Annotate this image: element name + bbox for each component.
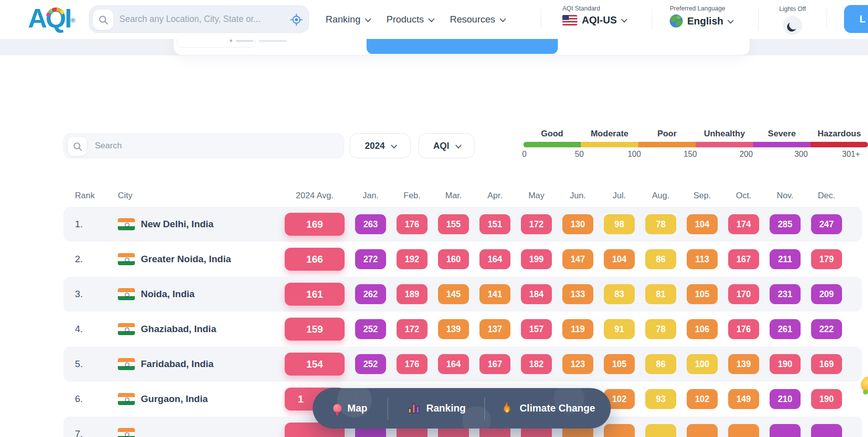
aqi-pill: 102 — [687, 389, 718, 409]
aqi-pill: 247 — [811, 214, 842, 234]
aqi-pills: 1592521721391371571199178106176261222 — [285, 318, 842, 341]
legend-tick: 301+ — [842, 150, 860, 159]
floating-nav-climate[interactable]: Climate Change — [485, 388, 611, 429]
table-row[interactable]: 2.Greater Noida, India166272192160164199… — [63, 242, 862, 277]
table-header: RankCity2024 Avg.Jan.Feb.Mar.Apr.MayJun.… — [63, 187, 862, 207]
rank-cell: 2. — [75, 254, 83, 265]
column-header-month: Oct. — [728, 191, 759, 201]
chevron-down-icon — [728, 17, 734, 23]
table-search — [63, 133, 344, 158]
table-search-input[interactable] — [95, 134, 335, 158]
aqi-avg-value: 1 — [298, 394, 303, 405]
aqi-standard-select[interactable]: AQI Standard AQI-US — [562, 5, 626, 26]
legend-segment-unhealthy — [696, 142, 753, 147]
aqi-pill: 164 — [438, 354, 469, 374]
aqi-pill: 105 — [687, 284, 718, 304]
legend-label-unhealthy: Unhealthy — [696, 129, 753, 139]
aqi-pills: 15425217616416718212310586100139190169 — [285, 353, 842, 376]
sticker-emoji[interactable] — [861, 377, 868, 393]
navbar: AQI ® RankingProductsResources AQI Stand… — [0, 0, 868, 39]
column-header-month: Jan. — [355, 191, 386, 201]
column-header-month: Feb. — [397, 191, 428, 201]
aqi-pill: 285 — [770, 214, 801, 234]
aqi-pill: 81 — [645, 284, 676, 304]
legend-segment-moderate — [581, 142, 638, 147]
aqi-pill: 231 — [770, 284, 801, 304]
metric-value: AQI — [433, 141, 449, 151]
aqi-pill: 210 — [770, 389, 801, 409]
table-row[interactable]: 1.New Delhi, India1692631761551511721309… — [63, 207, 862, 242]
legend-tick: 150 — [684, 150, 697, 159]
rank-cell: 3. — [75, 289, 83, 300]
search-input[interactable] — [119, 6, 284, 32]
aqi-pill: 83 — [604, 284, 635, 304]
india-flag-icon — [118, 358, 135, 370]
aqi-pill: 149 — [728, 389, 759, 409]
aqi-pill: 155 — [438, 214, 469, 234]
aqi-legend-labels: GoodModeratePoorUnhealthySevereHazardous — [523, 129, 868, 139]
login-button[interactable]: L — [844, 5, 868, 33]
aqi-pill: 91 — [604, 319, 635, 339]
logo-letter-a: A — [28, 3, 45, 36]
chevron-down-icon — [365, 15, 371, 22]
aqi-avg-value: 169 — [306, 219, 323, 230]
aqi-pill: 151 — [479, 214, 510, 234]
aqi-pill: 113 — [687, 249, 718, 269]
city-name: Greater Noida, India — [141, 254, 231, 265]
rank-cell: 6. — [75, 394, 83, 405]
aqi-pill: 172 — [521, 214, 552, 234]
aqi-pill: 222 — [811, 319, 842, 339]
aqi-pill: 145 — [438, 284, 469, 304]
aqi-pill: 130 — [562, 214, 593, 234]
aqi-pill: 209 — [811, 284, 842, 304]
legend-label-severe: Severe — [753, 129, 811, 139]
aqi-pill: 133 — [562, 284, 593, 304]
rank-cell: 1. — [75, 219, 83, 230]
climate-change-icon — [500, 402, 513, 416]
climate-change-label: Climate Change — [519, 403, 595, 414]
aqi-standard-value: AQI-US — [582, 14, 617, 26]
nav-link-resources[interactable]: Resources — [450, 14, 504, 25]
aqi-avg-value: 161 — [306, 289, 323, 300]
aqi-pill: 78 — [645, 214, 676, 234]
hero-decoration — [230, 39, 232, 42]
login-label: L — [860, 13, 866, 24]
legend-tick: 200 — [740, 150, 753, 159]
table-row[interactable]: 3.Noida, India16126218914514118413383811… — [63, 277, 862, 312]
aqi-standard-label: AQI Standard — [562, 5, 626, 12]
floating-nav-ranking[interactable]: Ranking — [388, 388, 484, 429]
column-header-month: Mar. — [438, 191, 469, 201]
search-icon — [93, 9, 113, 30]
aqi-logo[interactable]: AQI ® — [28, 3, 75, 36]
aqi-pill-avg: 161 — [285, 283, 345, 306]
nav-link-products[interactable]: Products — [387, 14, 433, 25]
legend-label-good: Good — [523, 129, 581, 139]
aqi-pill: 176 — [397, 354, 428, 374]
nav-link-ranking[interactable]: Ranking — [326, 14, 370, 25]
aqi-pill — [728, 424, 759, 437]
aqi-pills: 16627219216016419914710486113167211179 — [285, 248, 842, 271]
table-row[interactable]: 5.Faridabad, India1542521761641671821231… — [63, 347, 862, 382]
locate-me-icon[interactable] — [290, 13, 303, 28]
legend-tick: 100 — [628, 150, 641, 159]
column-header-month: Apr. — [479, 191, 510, 201]
column-header-month: May — [521, 191, 552, 201]
lights-toggle[interactable]: Lights Off — [773, 4, 812, 35]
india-flag-icon — [118, 393, 135, 405]
aqi-avg-value: 159 — [306, 324, 323, 335]
language-select[interactable]: Preferred Language English — [670, 5, 732, 27]
aqi-legend-ticks: 050100150200300301+ — [523, 150, 868, 160]
year-dropdown[interactable]: 2024 — [350, 133, 411, 158]
aqi-pill: 93 — [645, 389, 676, 409]
aqi-pill: 104 — [687, 214, 718, 234]
floating-nav-map[interactable]: Map — [313, 388, 388, 429]
nav-link-label: Products — [387, 14, 424, 25]
table-row[interactable]: 4.Ghaziabad, India1592521721391371571199… — [63, 312, 862, 347]
bar-chart-icon — [407, 402, 421, 415]
aqi-pill-avg: 169 — [285, 213, 345, 236]
aqi-pill: 170 — [728, 284, 759, 304]
metric-dropdown[interactable]: AQI — [419, 133, 474, 158]
aqi-pill: 86 — [645, 249, 676, 269]
map-pin-icon — [333, 404, 342, 413]
legend-segment-poor — [638, 142, 696, 147]
